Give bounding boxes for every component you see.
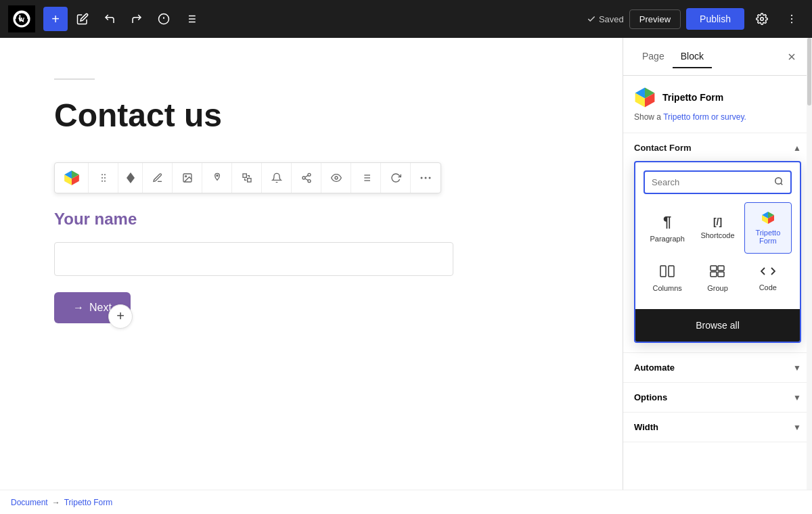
options-section-header[interactable]: Options ▼ <box>623 383 812 412</box>
block-item-columns[interactable]: Columns <box>644 256 691 301</box>
block-item-tripetto[interactable]: Tripetto Form <box>744 202 792 254</box>
options-title: Options <box>634 392 667 402</box>
automate-chevron: ▼ <box>793 363 801 373</box>
group-label: Group <box>707 284 728 292</box>
width-title: Width <box>634 422 658 432</box>
block-item-code[interactable]: Code <box>744 256 792 301</box>
form-name-input[interactable] <box>54 242 453 276</box>
columns-icon <box>660 265 675 280</box>
svg-point-23 <box>104 177 106 179</box>
width-chevron: ▼ <box>793 423 801 432</box>
block-item-shortcode[interactable]: [/] Shortcode <box>694 202 741 254</box>
block-info-panel: Tripetto Form Show a Tripetto form or su… <box>623 76 812 133</box>
browse-all-button[interactable]: Browse all <box>635 309 800 342</box>
transform-btn[interactable] <box>232 163 262 193</box>
svg-rect-29 <box>243 174 246 177</box>
breadcrumb-document[interactable]: Document <box>11 498 48 507</box>
info-button[interactable] <box>152 7 176 31</box>
options-section: Options ▼ <box>623 383 812 413</box>
block-item-group[interactable]: Group <box>694 256 741 301</box>
move-up-btn[interactable] <box>118 163 143 193</box>
contact-form-title: Contact Form <box>634 143 692 153</box>
svg-point-21 <box>104 174 106 175</box>
svg-point-13 <box>791 18 792 20</box>
svg-rect-63 <box>718 272 724 277</box>
top-toolbar: W + <box>0 0 812 38</box>
visibility-btn[interactable] <box>321 163 351 193</box>
tab-block[interactable]: Block <box>673 45 712 68</box>
svg-point-36 <box>335 177 338 179</box>
width-section-header[interactable]: Width ▼ <box>623 413 812 442</box>
paragraph-label: Paragraph <box>650 235 684 243</box>
add-block-button[interactable]: + <box>43 7 68 31</box>
contact-form-header[interactable]: Contact Form ▲ <box>634 143 801 153</box>
svg-point-32 <box>302 177 305 179</box>
more-options-button[interactable] <box>780 7 804 31</box>
svg-rect-30 <box>247 178 250 181</box>
svg-point-12 <box>791 15 792 16</box>
columns-label: Columns <box>652 284 681 292</box>
svg-line-53 <box>781 183 783 185</box>
automate-title: Automate <box>634 363 675 373</box>
settings-button[interactable] <box>750 7 774 31</box>
list-btn[interactable] <box>351 163 381 193</box>
edit-button[interactable] <box>70 7 95 31</box>
svg-point-11 <box>761 18 764 21</box>
breadcrumb-separator: → <box>52 498 60 507</box>
undo-button[interactable] <box>97 7 122 31</box>
sidebar-scrollbar[interactable] <box>807 38 812 514</box>
automate-section: Automate ▼ <box>623 353 812 383</box>
svg-point-52 <box>775 178 782 184</box>
refresh-btn[interactable] <box>381 163 411 193</box>
svg-point-44 <box>425 177 427 179</box>
svg-point-27 <box>185 175 186 177</box>
breadcrumb-current[interactable]: Tripetto Form <box>64 498 113 507</box>
form-field-label: Your name <box>54 210 568 229</box>
redo-button[interactable] <box>125 7 149 31</box>
svg-line-34 <box>304 179 308 181</box>
preview-button[interactable]: Preview <box>629 9 681 29</box>
publish-button[interactable]: Publish <box>686 8 744 30</box>
options-chevron: ▼ <box>793 393 801 402</box>
group-icon <box>710 265 725 280</box>
wp-logo[interactable]: W <box>8 5 35 32</box>
notification-btn[interactable] <box>262 163 292 193</box>
svg-rect-59 <box>669 266 674 277</box>
contact-form-chevron: ▲ <box>793 143 801 153</box>
paragraph-icon: ¶ <box>663 213 671 231</box>
block-desc-link[interactable]: Tripetto form or survey. <box>663 112 746 122</box>
color-btn[interactable] <box>202 163 232 193</box>
image-btn[interactable] <box>173 163 202 193</box>
block-name-label: Tripetto Form <box>662 92 723 103</box>
tripetto-form-label: Tripetto Form <box>750 229 786 245</box>
svg-point-43 <box>421 177 423 179</box>
block-item-paragraph[interactable]: ¶ Paragraph <box>644 202 691 254</box>
status-bar: Document → Tripetto Form <box>0 490 812 514</box>
toolbar-right: Saved Preview Publish <box>587 7 804 31</box>
block-toolbar <box>54 162 441 193</box>
block-search-input[interactable] <box>652 177 769 187</box>
editor-area: Contact us <box>0 38 623 514</box>
add-block-floating-button[interactable]: + <box>108 304 133 329</box>
automate-section-header[interactable]: Automate ▼ <box>623 353 812 382</box>
page-divider <box>54 78 95 80</box>
svg-point-31 <box>308 173 311 176</box>
tripetto-block-icon-btn[interactable] <box>55 163 89 193</box>
code-label: Code <box>759 283 777 291</box>
list-view-button[interactable] <box>179 7 203 31</box>
svg-line-35 <box>304 175 308 177</box>
block-info-header: Tripetto Form <box>634 87 801 108</box>
share-btn[interactable] <box>292 163 321 193</box>
tab-page[interactable]: Page <box>634 45 673 68</box>
shortcode-icon: [/] <box>713 216 722 227</box>
more-block-options-btn[interactable] <box>411 163 441 193</box>
svg-rect-60 <box>710 266 717 271</box>
contact-form-section: Contact Form ▲ <box>623 133 812 353</box>
saved-status: Saved <box>587 14 624 24</box>
svg-rect-61 <box>718 266 724 271</box>
drag-handle-btn[interactable] <box>89 163 118 193</box>
sidebar-close-button[interactable] <box>782 47 801 66</box>
pencil-btn[interactable] <box>143 163 173 193</box>
width-section: Width ▼ <box>623 413 812 442</box>
svg-point-25 <box>104 180 106 181</box>
